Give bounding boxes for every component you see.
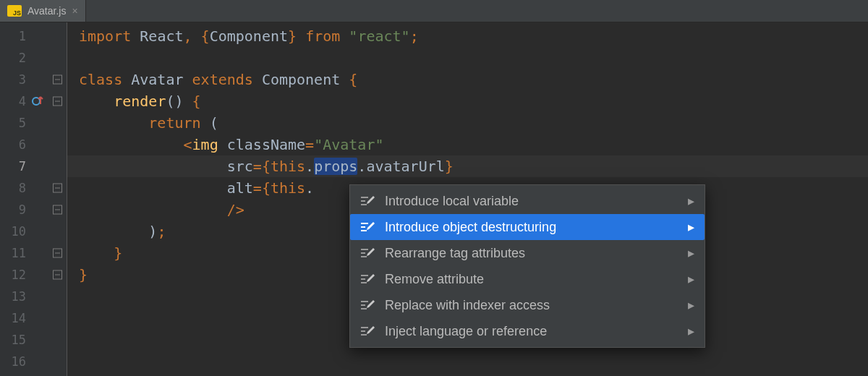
edit-icon bbox=[360, 272, 375, 286]
line-number: 3 bbox=[0, 69, 67, 90]
code-token bbox=[79, 114, 148, 132]
line-number: 10 bbox=[0, 221, 67, 242]
code-token: render bbox=[114, 93, 166, 110]
svg-rect-5 bbox=[361, 226, 365, 228]
code-token bbox=[79, 158, 227, 175]
code-token: , bbox=[184, 27, 201, 45]
editor-tab-bar: Avatar.js × bbox=[0, 0, 868, 22]
override-method-icon[interactable] bbox=[32, 95, 43, 107]
svg-rect-8 bbox=[361, 252, 365, 254]
line-number: 9 bbox=[0, 199, 67, 221]
code-token: { bbox=[192, 93, 201, 110]
code-token: .avatarUrl bbox=[357, 158, 444, 175]
code-token bbox=[79, 201, 227, 218]
submenu-arrow-icon: ▸ bbox=[688, 271, 694, 287]
fold-toggle-icon[interactable] bbox=[53, 249, 62, 258]
code-line[interactable] bbox=[67, 47, 868, 69]
code-line[interactable]: render() { bbox=[67, 90, 868, 112]
intention-menu-item[interactable]: Remove attribute▸ bbox=[350, 266, 705, 292]
code-line[interactable]: src={this.props.avatarUrl} bbox=[67, 155, 868, 177]
line-number: 11 bbox=[0, 242, 67, 264]
code-token: = bbox=[253, 158, 262, 175]
code-line[interactable]: return ( bbox=[67, 112, 868, 134]
code-token bbox=[79, 179, 227, 197]
code-token bbox=[79, 244, 114, 262]
svg-rect-6 bbox=[361, 230, 367, 231]
fold-toggle-icon[interactable] bbox=[53, 205, 62, 215]
svg-rect-17 bbox=[361, 330, 365, 332]
code-token: . bbox=[305, 158, 314, 175]
line-number: 14 bbox=[0, 307, 67, 329]
intention-actions-menu[interactable]: Introduce local variable▸Introduce objec… bbox=[349, 184, 705, 348]
code-line[interactable]: class Avatar extends Component { bbox=[67, 69, 868, 90]
line-number-gutter: 12345678910111213141516 bbox=[0, 22, 67, 376]
menu-item-label: Introduce object destructuring bbox=[385, 220, 678, 235]
code-token: { bbox=[349, 71, 357, 88]
svg-rect-12 bbox=[361, 282, 367, 283]
code-token: . bbox=[305, 179, 314, 197]
code-token: img bbox=[192, 136, 227, 153]
svg-rect-3 bbox=[361, 204, 367, 205]
code-token: this bbox=[271, 179, 305, 197]
code-token: } bbox=[445, 158, 454, 175]
code-token: { bbox=[201, 27, 210, 45]
code-token: "Avatar" bbox=[314, 136, 383, 153]
line-number: 5 bbox=[0, 112, 67, 134]
intention-menu-item[interactable]: Inject language or reference▸ bbox=[350, 318, 705, 344]
svg-rect-7 bbox=[361, 249, 368, 250]
code-token: import bbox=[79, 27, 140, 45]
submenu-arrow-icon: ▸ bbox=[688, 323, 694, 339]
code-token: } bbox=[288, 27, 305, 45]
code-token: extends bbox=[192, 71, 262, 88]
svg-rect-11 bbox=[361, 278, 365, 280]
edit-icon bbox=[360, 194, 375, 208]
code-token: { bbox=[262, 158, 271, 175]
intention-menu-item[interactable]: Introduce local variable▸ bbox=[350, 188, 705, 214]
close-icon[interactable]: × bbox=[72, 5, 77, 17]
code-token: ; bbox=[410, 27, 419, 45]
line-number: 15 bbox=[0, 329, 67, 351]
svg-rect-10 bbox=[361, 275, 368, 276]
svg-rect-14 bbox=[361, 304, 365, 306]
svg-rect-13 bbox=[361, 301, 368, 302]
code-token: from bbox=[305, 27, 349, 45]
intention-menu-item[interactable]: Rearrange tag attributes▸ bbox=[350, 240, 705, 266]
code-line[interactable]: <img className="Avatar" bbox=[67, 134, 868, 155]
menu-item-label: Introduce local variable bbox=[385, 194, 678, 209]
code-token: = bbox=[253, 179, 262, 197]
code-token: () bbox=[166, 93, 192, 110]
edit-icon bbox=[360, 324, 375, 338]
code-token: { bbox=[262, 179, 271, 197]
svg-rect-15 bbox=[361, 308, 367, 309]
code-line[interactable]: import React, {Component} from "react"; bbox=[67, 25, 868, 47]
code-token: src bbox=[227, 158, 253, 175]
fold-toggle-icon[interactable] bbox=[53, 75, 62, 85]
code-token: ) bbox=[79, 223, 157, 240]
fold-end-icon[interactable] bbox=[53, 270, 62, 280]
js-file-icon bbox=[7, 5, 22, 17]
code-token: < bbox=[184, 136, 192, 153]
code-token: Avatar bbox=[131, 71, 192, 88]
editor-tab[interactable]: Avatar.js × bbox=[0, 0, 86, 22]
intention-menu-item[interactable]: Introduce object destructuring▸ bbox=[350, 214, 705, 240]
edit-icon bbox=[360, 298, 375, 312]
code-token: /> bbox=[227, 201, 244, 218]
submenu-arrow-icon: ▸ bbox=[688, 193, 694, 209]
menu-item-label: Rearrange tag attributes bbox=[385, 246, 678, 261]
fold-toggle-icon[interactable] bbox=[53, 97, 62, 106]
intention-menu-item[interactable]: Replace with indexer access▸ bbox=[350, 292, 705, 318]
fold-toggle-icon[interactable] bbox=[53, 184, 62, 193]
line-number: 16 bbox=[0, 351, 67, 372]
code-token: this bbox=[271, 158, 305, 175]
svg-rect-18 bbox=[361, 334, 367, 336]
svg-rect-2 bbox=[361, 200, 365, 202]
svg-rect-16 bbox=[361, 327, 368, 328]
code-line[interactable] bbox=[67, 351, 868, 372]
menu-item-label: Inject language or reference bbox=[385, 324, 678, 339]
svg-rect-4 bbox=[361, 223, 368, 224]
menu-item-label: Replace with indexer access bbox=[385, 298, 678, 313]
code-token: = bbox=[305, 136, 314, 153]
line-number: 8 bbox=[0, 177, 67, 199]
submenu-arrow-icon: ▸ bbox=[688, 297, 694, 313]
submenu-arrow-icon: ▸ bbox=[688, 245, 694, 261]
